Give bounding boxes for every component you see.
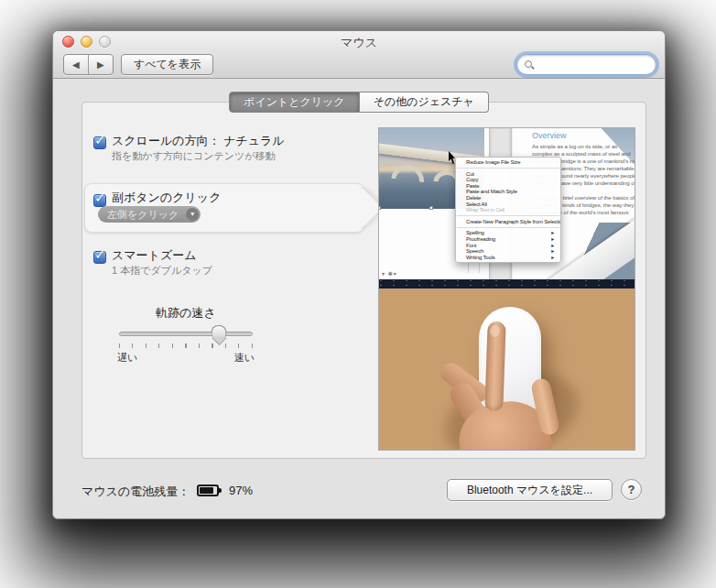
- screenshot-canvas: マウス ◀ ▶ すべてを表示 ポイントとクリック その他のジェスチャ ✓ スクロ…: [0, 0, 716, 588]
- scroll-direction-label: スクロールの方向： ナチュラル: [112, 133, 285, 149]
- slider-tick-marks: [119, 343, 254, 348]
- forward-button[interactable]: ▶: [89, 55, 113, 74]
- smart-zoom-checkbox[interactable]: ✓: [93, 251, 106, 264]
- show-all-button[interactable]: すべてを表示: [121, 54, 213, 75]
- secondary-click-checkbox[interactable]: ✓: [93, 194, 106, 207]
- settings-group-box: ✓ スクロールの方向： ナチュラル 指を動かす方向にコンテンツが移動 ✓ 副ボタ…: [81, 102, 646, 459]
- selection-handle: [429, 206, 433, 210]
- video-context-menu-item: Wrap Text in Cell: [456, 207, 560, 213]
- video-context-menu-item: Select All: [456, 201, 560, 208]
- battery-icon: [197, 485, 219, 496]
- checkmark-icon: ✓: [94, 246, 106, 263]
- video-context-menu-item: Create New Paragraph Style from Selectio…: [456, 219, 560, 225]
- back-forward-control: ◀ ▶: [63, 54, 114, 75]
- video-context-menu-item: Speech ▸: [456, 248, 560, 255]
- search-icon: [525, 60, 533, 69]
- video-context-menu-item: Reduce Image File Size: [456, 159, 560, 166]
- video-context-menu-item: Writing Tools ▸: [456, 255, 560, 261]
- chevron-down-icon: ▼: [186, 208, 199, 221]
- battery-label: マウスの電池残量：: [81, 484, 190, 500]
- submenu-arrow-icon: ▸: [548, 236, 554, 243]
- selection-handle: [379, 206, 381, 210]
- preferences-window: マウス ◀ ▶ すべてを表示 ポイントとクリック その他のジェスチャ ✓ スクロ…: [52, 30, 666, 519]
- tab-point-and-click[interactable]: ポイントとクリック: [229, 92, 360, 113]
- slider-max-label: 速い: [234, 351, 255, 365]
- secondary-click-label: 副ボタンのクリック: [112, 190, 221, 206]
- tracking-speed-slider[interactable]: [119, 332, 253, 336]
- video-context-menu-item: [457, 227, 559, 228]
- tracking-speed-title: 軌跡の速さ: [119, 305, 253, 321]
- gesture-demo-video: Overview As simple as a log on its side,…: [378, 127, 635, 451]
- video-context-menu: Reduce Image File Size Cut: [455, 157, 561, 263]
- submenu-arrow-icon: ▸: [548, 243, 554, 249]
- submenu-arrow-icon: ▸: [548, 255, 554, 261]
- doc-heading: Overview: [532, 131, 567, 140]
- smart-zoom-description: 1 本指でダブルタップ: [112, 264, 212, 278]
- hand-on-mouse-photo: [379, 289, 635, 451]
- window-header: マウス ◀ ▶ すべてを表示: [53, 31, 665, 79]
- doc-text-line: As simple as a log on its side, or as: [532, 143, 635, 150]
- video-context-menu-item: Copy: [456, 177, 560, 183]
- thumb-cap: [212, 325, 227, 337]
- scroll-direction-checkbox[interactable]: ✓: [93, 136, 106, 149]
- secondary-click-dropdown[interactable]: 左側をクリック ▼: [98, 206, 201, 223]
- window-title: マウス: [53, 35, 665, 51]
- slider-labels: 遅い 速い: [117, 351, 255, 365]
- fingernail: [490, 325, 500, 337]
- video-context-menu-item: Proofreading ▸: [456, 236, 560, 243]
- search-input[interactable]: [533, 59, 648, 71]
- video-doc-controls: ▾ ✽▾: [382, 270, 397, 277]
- back-button[interactable]: ◀: [64, 55, 89, 74]
- video-context-menu-item: Font ▸: [456, 243, 560, 249]
- tab-bar: ポイントとクリック その他のジェスチャ: [53, 92, 665, 113]
- tab-other-gestures[interactable]: その他のジェスチャ: [360, 92, 489, 113]
- bluetooth-setup-button[interactable]: Bluetooth マウスを設定...: [447, 479, 613, 501]
- checkmark-icon: ✓: [94, 132, 106, 148]
- video-context-menu-item: Delete: [456, 195, 560, 201]
- checkmark-icon: ✓: [94, 190, 106, 206]
- video-context-menu-item: Spelling ▸: [456, 230, 560, 236]
- bridge-arch: [391, 163, 426, 182]
- scroll-direction-description: 指を動かす方向にコンテンツが移動: [112, 149, 276, 163]
- battery-percent: 97%: [229, 484, 253, 497]
- help-button[interactable]: ?: [621, 479, 642, 500]
- video-desktop-strip: [379, 279, 635, 289]
- smart-zoom-label: スマートズーム: [112, 247, 197, 264]
- search-field[interactable]: [516, 54, 656, 75]
- slider-min-label: 遅い: [117, 351, 137, 365]
- video-context-menu-item: [457, 168, 559, 169]
- video-document-scene: Overview As simple as a log on its side,…: [379, 128, 635, 279]
- panel-pointer-arrow: [340, 186, 384, 230]
- submenu-arrow-icon: ▸: [548, 230, 554, 236]
- video-context-menu-item: Paste and Match Style: [456, 189, 560, 195]
- video-context-menu-item: Paste: [456, 183, 560, 190]
- video-context-menu-item: Cut: [456, 171, 560, 178]
- submenu-arrow-icon: ▸: [548, 248, 554, 255]
- video-context-menu-item: [457, 215, 559, 216]
- secondary-click-selected-option: 左側をクリック: [107, 209, 179, 220]
- tracking-speed-thumb[interactable]: [212, 325, 227, 344]
